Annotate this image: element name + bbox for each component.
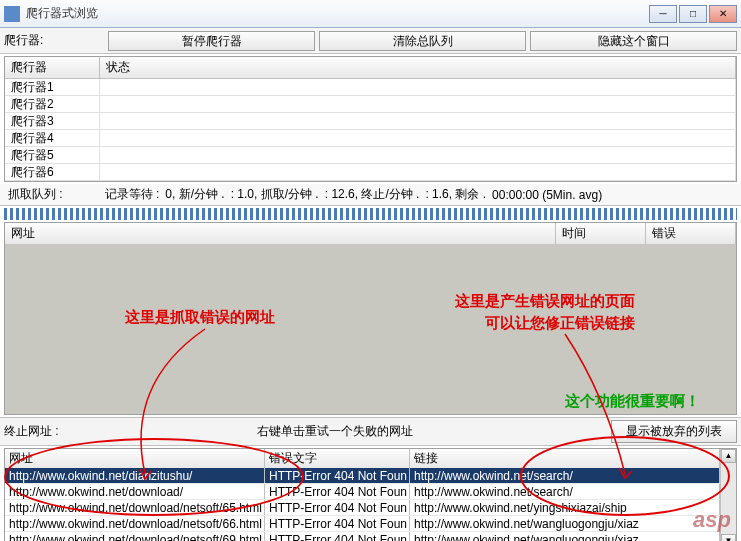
scroll-up-icon[interactable]: ▲ (721, 449, 736, 463)
error-row[interactable]: http://www.okwind.net/dianzitushu/HTTP-E… (5, 468, 720, 484)
url-grid: 网址 时间 错误 这里是抓取错误的网址 这里是产生错误网址的页面 可以让您修正错… (4, 222, 737, 415)
crawler-row[interactable]: 爬行器6 (5, 164, 736, 181)
show-abandoned-button[interactable]: 显示被放弃的列表 (611, 420, 737, 443)
queue-label: 抓取队列 : (8, 186, 63, 203)
annotation-right-2: 可以让您修正错误链接 (485, 314, 635, 333)
scroll-down-icon[interactable]: ▼ (721, 534, 736, 541)
top-toolbar: 爬行器: 暂停爬行器 清除总队列 隐藏这个窗口 (0, 28, 741, 54)
col-crawler[interactable]: 爬行器 (5, 57, 100, 78)
maximize-button[interactable]: □ (679, 5, 707, 23)
crawler-row[interactable]: 爬行器2 (5, 96, 736, 113)
minimize-button[interactable]: ─ (649, 5, 677, 23)
crawler-row[interactable]: 爬行器5 (5, 147, 736, 164)
scrollbar[interactable]: ▲ ▼ (720, 449, 736, 541)
rate3: : 1.6, 剩余 . (425, 186, 486, 203)
window-title: 爬行器式浏览 (26, 5, 649, 22)
crawler-row[interactable]: 爬行器3 (5, 113, 736, 130)
col-link[interactable]: 链接 (410, 449, 720, 468)
col-status[interactable]: 状态 (100, 57, 736, 78)
col-error[interactable]: 错误 (646, 223, 736, 244)
error-row[interactable]: http://www.okwind.net/download/HTTP-Erro… (5, 484, 720, 500)
clear-queue-button[interactable]: 清除总队列 (319, 31, 526, 51)
divider-hatch (4, 208, 737, 220)
wait-value: 0, 新/分钟 . (165, 186, 224, 203)
window-titlebar: 爬行器式浏览 ─ □ ✕ (0, 0, 741, 28)
hide-window-button[interactable]: 隐藏这个窗口 (530, 31, 737, 51)
annotation-left: 这里是抓取错误的网址 (125, 308, 275, 327)
annotation-important: 这个功能很重要啊！ (565, 392, 700, 411)
annotation-right-1: 这里是产生错误网址的页面 (455, 292, 635, 311)
error-row[interactable]: http://www.okwind.net/download/netsoft/6… (5, 516, 720, 532)
error-row[interactable]: http://www.okwind.net/download/netsoft/6… (5, 500, 720, 516)
error-grid: 网址 错误文字 链接 http://www.okwind.net/dianzit… (4, 448, 737, 541)
end-url-label: 终止网址 : (4, 423, 59, 440)
pause-crawler-button[interactable]: 暂停爬行器 (108, 31, 315, 51)
error-row[interactable]: http://www.okwind.net/download/netsoft/6… (5, 532, 720, 541)
col-url[interactable]: 网址 (5, 223, 556, 244)
retry-hint: 右键单击重试一个失败的网址 (65, 423, 605, 440)
time-value: 00:00:00 (5Min. avg) (492, 188, 602, 202)
col-time[interactable]: 时间 (556, 223, 646, 244)
close-button[interactable]: ✕ (709, 5, 737, 23)
crawler-row[interactable]: 爬行器4 (5, 130, 736, 147)
rate1: : 1.0, 抓取/分钟 . (231, 186, 319, 203)
end-row: 终止网址 : 右键单击重试一个失败的网址 显示被放弃的列表 (0, 417, 741, 446)
col-url2[interactable]: 网址 (5, 449, 265, 468)
url-grid-body[interactable]: 这里是抓取错误的网址 这里是产生错误网址的页面 可以让您修正错误链接 这个功能很… (5, 244, 736, 414)
crawler-row[interactable]: 爬行器1 (5, 79, 736, 96)
status-bar: 抓取队列 : 记录等待 : 0, 新/分钟 . : 1.0, 抓取/分钟 . :… (0, 184, 741, 206)
crawler-label: 爬行器: (4, 32, 104, 49)
wait-label: 记录等待 : (105, 186, 160, 203)
rate2: : 12.6, 终止/分钟 . (325, 186, 420, 203)
col-errtext[interactable]: 错误文字 (265, 449, 410, 468)
app-icon (4, 6, 20, 22)
crawler-grid: 爬行器 状态 爬行器1爬行器2爬行器3爬行器4爬行器5爬行器6 (4, 56, 737, 182)
